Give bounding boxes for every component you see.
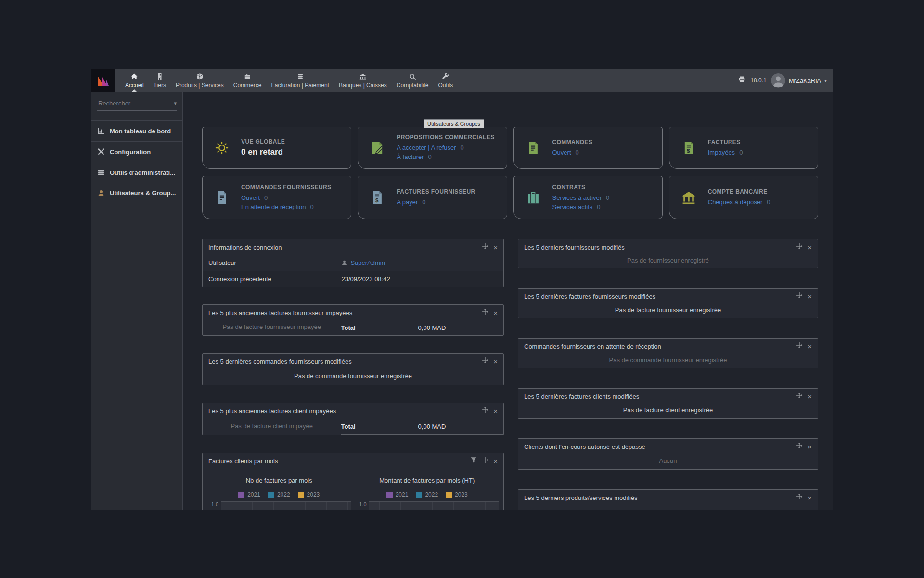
move-widget-button[interactable]	[482, 357, 488, 366]
nav-item-comptabilite[interactable]: Comptabilité	[392, 69, 434, 92]
kpi-link[interactable]: Ouvert	[241, 194, 260, 201]
widget-title: Les 5 plus anciennes factures client imp…	[208, 407, 482, 415]
widget-column-left: Informations de connexion × Utilisateur	[202, 239, 504, 510]
nav-item-facturation-paiement[interactable]: Facturation | Paiement	[266, 69, 334, 92]
kpi-title: COMPTE BANCAIRE	[708, 188, 814, 195]
print-button[interactable]	[738, 76, 746, 85]
empty-message: Pas de facture client impayée	[203, 419, 341, 435]
kpi-box-commandes: COMMANDES Ouvert0	[513, 127, 663, 169]
move-widget-button[interactable]	[796, 292, 803, 301]
kpi-link[interactable]: À facturer	[397, 153, 424, 160]
legend-swatch-2021	[386, 492, 393, 498]
sidebar-item-label: Outils d'administrati...	[110, 169, 175, 176]
nav-item-banques-caisses[interactable]: Banques | Caisses	[334, 69, 392, 92]
kpi-box-contrats: CONTRATS Services à activer0 Services ac…	[513, 176, 663, 219]
main-content: Utilisateurs & Groupes VUE GLOBALE 0 en …	[183, 92, 833, 510]
kpi-link[interactable]: Impayées	[708, 149, 735, 156]
dolibarr-logo[interactable]	[91, 69, 116, 92]
close-widget-button[interactable]: ×	[808, 443, 812, 450]
widget-title: Les 5 dernières factures clients modifié…	[524, 393, 796, 400]
move-icon	[796, 342, 803, 349]
widget-title: Factures clients par mois	[208, 458, 470, 465]
close-widget-button[interactable]: ×	[493, 244, 498, 251]
move-widget-button[interactable]	[796, 442, 803, 451]
row-label: Utilisateur	[208, 259, 341, 266]
legend-label: 2023	[455, 491, 468, 498]
close-widget-button[interactable]: ×	[493, 458, 498, 465]
nav-item-label: Commerce	[233, 82, 262, 89]
nav-item-accueil[interactable]: Accueil	[120, 69, 149, 92]
sidebar-item-users-groups[interactable]: Utilisateurs & Group...	[91, 183, 182, 203]
y-axis-tick: 1.0	[207, 501, 221, 507]
widget-header: Les 5 dernières factures fournisseurs mo…	[518, 289, 818, 304]
move-icon	[796, 292, 803, 299]
user-link[interactable]: SuperAdmin	[350, 259, 385, 266]
filter-button[interactable]	[470, 457, 477, 465]
sidebar-item-label: Mon tableau de bord	[110, 128, 171, 135]
filter-icon	[470, 457, 477, 463]
move-icon	[482, 407, 488, 413]
avatar-icon	[771, 73, 785, 88]
order-document-icon	[514, 140, 552, 156]
nav-item-commerce[interactable]: Commerce	[229, 69, 267, 92]
kpi-link[interactable]: Services à activer	[552, 194, 602, 201]
widget-header: Clients dont l'en-cours autorisé est dép…	[518, 439, 818, 454]
chart-montant-factures: Montant de factures par mois (HT) 2021 2…	[356, 476, 499, 510]
top-navbar: Accueil Tiers Produits | Services	[91, 69, 833, 92]
move-widget-button[interactable]	[796, 392, 803, 401]
move-widget-button[interactable]	[482, 243, 488, 251]
search-input[interactable]	[97, 99, 174, 107]
desktop-background: Accueil Tiers Produits | Services	[0, 0, 924, 578]
close-widget-button[interactable]: ×	[808, 244, 812, 251]
widget-header: Les 5 dernières factures clients modifié…	[518, 389, 818, 404]
nav-item-tiers[interactable]: Tiers	[149, 69, 171, 92]
close-icon: ×	[493, 309, 498, 317]
move-widget-button[interactable]	[796, 493, 803, 502]
widget-header: Commandes fournisseurs en attente de réc…	[518, 339, 818, 354]
sidebar-item-admin-tools[interactable]: Outils d'administrati...	[91, 162, 182, 183]
close-widget-button[interactable]: ×	[808, 293, 812, 300]
kpi-link[interactable]: Chèques à déposer	[708, 198, 762, 206]
move-widget-button[interactable]	[796, 243, 803, 251]
close-widget-button[interactable]: ×	[493, 309, 498, 316]
kpi-link[interactable]: A payer	[397, 198, 418, 206]
user-menu[interactable]: MrZaKaRiA ▾	[771, 73, 827, 88]
kpi-link[interactable]: En attente de réception	[241, 203, 306, 210]
kpi-title: CONTRATS	[552, 184, 658, 191]
close-icon: ×	[808, 443, 812, 451]
legend-swatch-2022	[416, 492, 422, 498]
close-widget-button[interactable]: ×	[808, 494, 812, 501]
move-widget-button[interactable]	[482, 308, 488, 317]
widget-title: Les 5 dernières commandes fournisseurs m…	[208, 358, 482, 365]
home-icon	[130, 73, 138, 80]
contract-briefcase-icon	[514, 190, 552, 205]
sidebar-item-dashboard[interactable]: Mon tableau de bord	[91, 120, 182, 141]
move-widget-button[interactable]	[482, 457, 488, 465]
legend-swatch-2021	[238, 492, 244, 498]
nav-item-label: Facturation | Paiement	[271, 82, 329, 89]
kpi-box-vue-globale: VUE GLOBALE 0 en retard	[202, 127, 351, 169]
kpi-box-commandes-fournisseurs: COMMANDES FOURNISSEURS Ouvert0 En attent…	[202, 176, 351, 219]
close-widget-button[interactable]: ×	[808, 343, 812, 350]
widget-informations-connexion: Informations de connexion × Utilisateur	[202, 239, 504, 287]
close-widget-button[interactable]: ×	[493, 358, 498, 365]
nav-item-label: Outils	[438, 82, 453, 89]
total-value: 0,00 MAD	[393, 423, 471, 430]
nav-item-outils[interactable]: Outils	[434, 69, 458, 92]
supplier-order-icon	[203, 190, 241, 205]
user-icon	[341, 260, 347, 266]
nav-item-produits-services[interactable]: Produits | Services	[171, 69, 229, 92]
kpi-link[interactable]: Services actifs	[552, 203, 593, 210]
sidebar-item-configuration[interactable]: Configuration	[91, 141, 182, 162]
close-widget-button[interactable]: ×	[808, 393, 812, 400]
legend-swatch-2022	[268, 492, 274, 498]
legend-item: 2022	[416, 491, 438, 498]
move-widget-button[interactable]	[796, 342, 803, 351]
close-widget-button[interactable]: ×	[493, 407, 498, 415]
chart-plot-area	[369, 501, 499, 510]
move-widget-button[interactable]	[482, 407, 488, 415]
kpi-link[interactable]: A accepter | A refuser	[397, 144, 456, 151]
kpi-link[interactable]: Ouvert	[552, 149, 571, 156]
kpi-title: FACTURES	[708, 139, 814, 145]
dropdown-caret-icon[interactable]: ▾	[174, 100, 177, 106]
